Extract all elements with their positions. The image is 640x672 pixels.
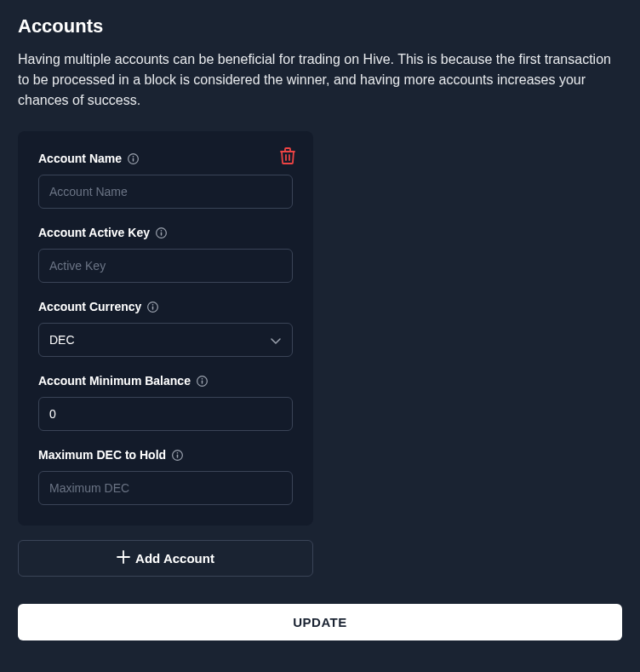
field-group-account-name: Account Name: [38, 152, 293, 209]
field-group-max-dec: Maximum DEC to Hold: [38, 448, 293, 505]
account-cards-container: Account Name Account Active Key: [18, 131, 313, 577]
max-dec-label-text: Maximum DEC to Hold: [38, 448, 166, 462]
trash-icon: [280, 147, 295, 167]
account-card: Account Name Account Active Key: [18, 131, 313, 526]
max-dec-label: Maximum DEC to Hold: [38, 448, 293, 462]
currency-label: Account Currency: [38, 300, 293, 313]
currency-select[interactable]: DEC: [38, 323, 293, 357]
svg-rect-8: [152, 306, 153, 309]
field-group-currency: Account Currency DEC: [38, 300, 293, 357]
svg-rect-2: [133, 158, 134, 161]
info-icon[interactable]: [147, 302, 158, 313]
svg-point-7: [152, 303, 154, 305]
svg-point-13: [177, 451, 179, 453]
active-key-input[interactable]: [38, 249, 293, 283]
currency-label-text: Account Currency: [38, 300, 141, 313]
svg-point-4: [161, 229, 163, 231]
min-balance-input[interactable]: [38, 397, 293, 431]
min-balance-label: Account Minimum Balance: [38, 374, 293, 388]
account-name-label: Account Name: [38, 152, 293, 165]
min-balance-label-text: Account Minimum Balance: [38, 374, 191, 388]
add-account-label: Add Account: [135, 551, 214, 566]
svg-point-10: [202, 377, 203, 379]
svg-rect-5: [161, 232, 162, 235]
field-group-min-balance: Account Minimum Balance: [38, 374, 293, 431]
info-icon[interactable]: [156, 227, 167, 238]
info-icon[interactable]: [172, 450, 183, 461]
add-account-button[interactable]: Add Account: [18, 540, 313, 577]
account-name-input[interactable]: [38, 175, 293, 209]
page-title: Accounts: [18, 15, 622, 37]
update-button[interactable]: UPDATE: [18, 604, 622, 640]
account-name-label-text: Account Name: [38, 152, 122, 165]
field-group-active-key: Account Active Key: [38, 226, 293, 283]
page-description: Having multiple accounts can be benefici…: [18, 49, 622, 111]
max-dec-input[interactable]: [38, 471, 293, 505]
currency-select-wrapper: DEC: [38, 323, 293, 357]
svg-rect-11: [202, 380, 203, 383]
active-key-label: Account Active Key: [38, 226, 293, 239]
active-key-label-text: Account Active Key: [38, 226, 150, 239]
svg-rect-14: [177, 454, 178, 457]
info-icon[interactable]: [128, 153, 139, 164]
delete-account-button[interactable]: [279, 148, 296, 165]
plus-icon: [117, 550, 130, 566]
svg-point-1: [133, 155, 134, 157]
info-icon[interactable]: [197, 376, 208, 387]
